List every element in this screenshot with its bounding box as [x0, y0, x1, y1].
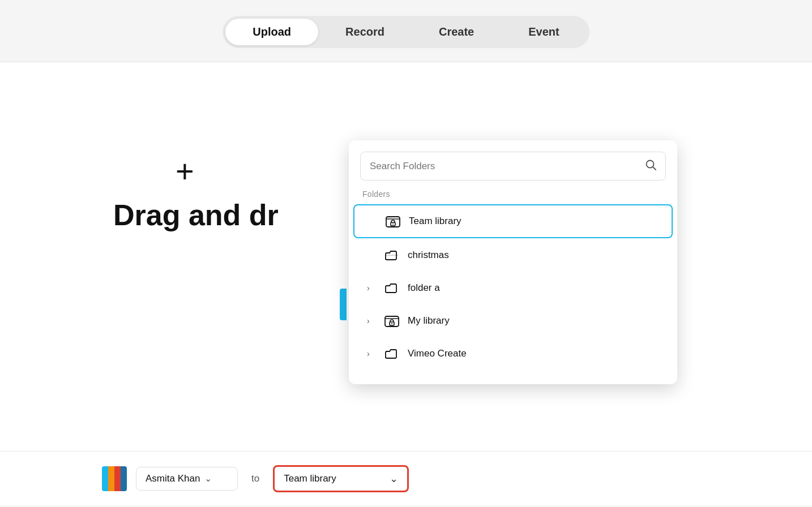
folder-icon-christmas — [384, 247, 400, 263]
folder-dropdown-panel: Folders Team library christmas — [349, 140, 677, 384]
folder-item-christmas[interactable]: christmas — [353, 239, 673, 271]
folder-item-team-library[interactable]: Team library — [353, 204, 673, 238]
folder-chevron-my-library: › — [367, 316, 376, 325]
folder-item-folder-a[interactable]: › folder a — [353, 272, 673, 304]
folder-name-vimeo-create: Vimeo Create — [408, 348, 467, 359]
search-folders-input[interactable] — [370, 161, 640, 172]
selected-folder-label: Team library — [284, 473, 336, 484]
svg-line-1 — [653, 167, 656, 170]
user-dropdown[interactable]: Asmita Khan ⌄ — [136, 467, 238, 491]
folder-item-my-library[interactable]: › My library — [353, 305, 673, 337]
nav-tab-group: Upload Record Create Event — [223, 16, 589, 48]
folder-name-christmas: christmas — [408, 250, 449, 261]
folder-name-team-library: Team library — [409, 216, 461, 227]
folder-chevron-folder-a: › — [367, 283, 376, 293]
team-library-icon — [385, 213, 401, 229]
folder-icon-vimeo-create — [384, 346, 400, 362]
tab-record[interactable]: Record — [318, 19, 412, 45]
svg-point-8 — [391, 323, 392, 324]
folder-name-my-library: My library — [408, 315, 450, 326]
search-icon — [645, 159, 656, 173]
user-dropdown-chevron: ⌄ — [204, 473, 212, 484]
tab-create[interactable]: Create — [412, 19, 501, 45]
top-navigation: Upload Record Create Event — [0, 0, 812, 62]
add-icon: + — [176, 153, 194, 190]
upload-button-partial — [340, 289, 347, 320]
avatar-strip-3 — [114, 466, 121, 491]
folder-item-vimeo-create[interactable]: › Vimeo Create — [353, 338, 673, 369]
selected-folder-dropdown[interactable]: Team library ⌄ — [273, 465, 409, 492]
bottom-bar: Asmita Khan ⌄ to Team library ⌄ — [0, 451, 812, 505]
folder-icon-folder-a — [384, 280, 400, 296]
avatar-strip-1 — [102, 466, 108, 491]
user-name-label: Asmita Khan — [146, 473, 200, 484]
tab-event[interactable]: Event — [501, 19, 586, 45]
svg-rect-3 — [386, 217, 392, 219]
to-label: to — [251, 473, 259, 484]
folder-name-folder-a: folder a — [408, 282, 440, 294]
folders-section-label: Folders — [349, 190, 677, 204]
avatar-strip-4 — [121, 466, 127, 491]
my-library-icon — [384, 313, 400, 329]
user-avatar — [102, 466, 127, 491]
folder-dropdown-chevron: ⌄ — [390, 472, 398, 485]
tab-upload[interactable]: Upload — [225, 19, 318, 45]
search-folders-bar[interactable] — [360, 152, 666, 181]
folder-chevron-vimeo-create: › — [367, 349, 376, 358]
avatar-strip-2 — [108, 466, 114, 491]
main-content-area: + Drag and dr Folders — [0, 62, 812, 505]
svg-point-5 — [392, 224, 394, 225]
drag-drop-text: Drag and dr — [113, 198, 279, 232]
